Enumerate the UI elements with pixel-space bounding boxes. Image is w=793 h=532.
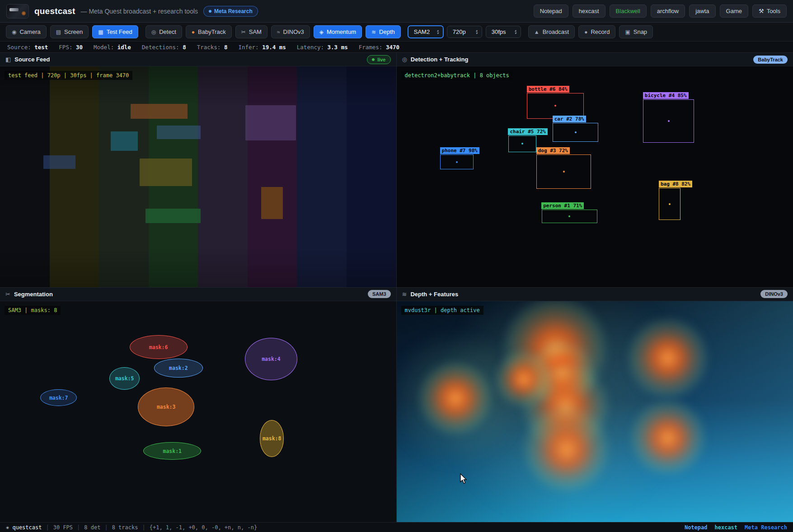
tools-icon: ⚒ (759, 8, 764, 14)
panel-detection-tracking: ◎ Detection + Tracking BabyTrack detectr… (397, 53, 793, 288)
tool-record-label: Record (591, 28, 610, 35)
nav-jawta-label: jawta (695, 8, 709, 14)
tool-depth-label: Depth (379, 28, 395, 35)
live-badge-label: live (377, 57, 385, 62)
tool-detect-button[interactable]: ◎Detect (145, 25, 182, 38)
snap-icon: ▣ (625, 29, 630, 35)
feature-heat-blob (417, 360, 494, 437)
tool-dinov3-label: DINOv3 (283, 28, 304, 35)
detection-box-phone: phone #7 98% (440, 154, 474, 169)
nav-archflow-button[interactable]: archflow (651, 5, 685, 18)
detection-center-dot (456, 161, 458, 163)
babytrack-icon: ● (192, 29, 195, 35)
tool-broadcast-label: Broadcast (543, 28, 569, 35)
detection-box-label: person #1 71% (541, 202, 584, 209)
source-feed-viewport[interactable]: test feed | 720p | 30fps | frame 3470 (0, 66, 396, 287)
live-dot-icon (372, 58, 375, 61)
tool-test-feed-button[interactable]: ▦Test Feed (92, 25, 138, 38)
seg-mask-4: mask:4 (245, 338, 298, 380)
topbar-nav: NotepadhexcastBlackwellarchflowjawtaGame… (534, 5, 787, 18)
status-frames: Frames: 3470 (359, 44, 399, 51)
detection-box-label: car #2 78% (553, 116, 586, 122)
tool-camera-button[interactable]: ◉Camera (6, 25, 47, 38)
seg-mask-label: mask:4 (262, 356, 281, 362)
nav-jawta-button[interactable]: jawta (689, 5, 715, 18)
depth-canvas[interactable]: mvdust3r | depth active (397, 301, 793, 523)
tool-snap-button[interactable]: ▣Snap (619, 25, 653, 38)
detection-canvas[interactable]: detectron2+babytrack | 8 objects bottle … (397, 66, 793, 287)
test-feed-icon: ▦ (98, 29, 103, 35)
toolbar-modes: ◎Detect●BabyTrack✂SAM≈DINOv3◈Momentum≋De… (145, 25, 401, 38)
meta-research-badge: Meta Research (203, 6, 258, 17)
app-subtitle: — Meta Quest broadcast + research tools (81, 8, 198, 15)
tool-momentum-button[interactable]: ◈Momentum (314, 25, 362, 38)
detection-header: ◎ Detection + Tracking BabyTrack (397, 53, 793, 66)
seg-mask-3: mask:3 (138, 387, 194, 426)
detection-center-dot (563, 171, 565, 173)
seg-mask-label: mask:1 (163, 448, 182, 454)
dinov3-icon: ≈ (277, 29, 280, 35)
depth-icon: ≋ (371, 29, 376, 35)
tool-depth-button[interactable]: ≋Depth (366, 25, 401, 38)
nav-game-button[interactable]: Game (720, 5, 748, 18)
nav-archflow-label: archflow (657, 8, 679, 14)
toolbar-feed-group: ◉Camera▤Screen▦Test Feed (6, 25, 138, 38)
app-root: questcast — Meta Quest broadcast + resea… (0, 0, 793, 532)
select-sam2[interactable]: SAM2▴▾ (408, 26, 443, 38)
bottombar-segment: 8 tracks (112, 524, 138, 531)
toolbar-actions: ▲Broadcast●Record▣Snap (528, 25, 653, 38)
detection-center-dot (669, 203, 671, 205)
feature-heat-blob (626, 316, 709, 400)
select-sam2-value: SAM2 (414, 28, 430, 35)
select-720p[interactable]: 720p▴▾ (447, 26, 482, 38)
status-model: Model: idle (94, 44, 131, 51)
separator: | (46, 524, 49, 531)
feature-heat-blob (521, 405, 612, 495)
tool-dinov3-button[interactable]: ≈DINOv3 (271, 25, 310, 38)
segmentation-canvas[interactable]: SAM3 | masks: 8 mask:6mask:2mask:4mask:5… (0, 301, 396, 523)
scissors-icon: ✂ (5, 291, 10, 298)
separator: | (77, 524, 80, 531)
nav-game-label: Game (726, 8, 742, 14)
detection-box-label: phone #7 98% (440, 147, 479, 154)
tool-screen-button[interactable]: ▤Screen (50, 25, 89, 38)
seg-mask-label: mask:3 (157, 404, 176, 410)
select-30fps-value: 30fps (492, 28, 506, 35)
tool-record-button[interactable]: ●Record (578, 25, 615, 38)
segmentation-title: Segmentation (14, 291, 53, 298)
separator: | (142, 524, 145, 531)
nav-blackwell-button[interactable]: Blackwell (610, 5, 647, 18)
link-hexcast[interactable]: hexcast (715, 524, 738, 531)
tool-sam-button[interactable]: ✂SAM (235, 25, 267, 38)
feed-vignette (0, 66, 396, 287)
tool-broadcast-button[interactable]: ▲Broadcast (528, 25, 575, 38)
select-arrows-icon: ▴▾ (515, 29, 516, 35)
camera-icon: ◉ (12, 29, 16, 35)
select-arrows-icon: ▴▾ (437, 29, 439, 35)
tool-sam-label: SAM (249, 28, 262, 35)
tool-camera-label: Camera (19, 28, 40, 35)
segmentation-header: ✂ Segmentation SAM3 (0, 288, 396, 301)
seg-mask-2: mask:2 (154, 359, 203, 378)
link-meta-research[interactable]: Meta Research (745, 524, 787, 531)
detection-center-dot (521, 143, 523, 145)
tool-babytrack-button[interactable]: ●BabyTrack (186, 25, 232, 38)
detect-icon: ◎ (151, 29, 156, 35)
detection-box-chair: chair #5 72% (508, 135, 536, 152)
feature-heat-blob (628, 399, 707, 478)
screen-icon: ▤ (56, 29, 61, 35)
nav-notepad-button[interactable]: Notepad (534, 5, 568, 18)
babytrack-badge: BabyTrack (753, 56, 788, 64)
detection-overlay-text: detectron2+babytrack | 8 objects (401, 71, 513, 80)
link-notepad[interactable]: Notepad (685, 524, 708, 531)
nav-notepad-label: Notepad (540, 8, 562, 14)
app-title: questcast (34, 6, 75, 16)
nav-hexcast-button[interactable]: hexcast (572, 5, 605, 18)
status-source: Source: test (7, 44, 48, 51)
detection-center-dot (668, 120, 670, 122)
toolbar: ◉Camera▤Screen▦Test Feed ◎Detect●BabyTra… (0, 23, 793, 42)
nav-tools-button[interactable]: ⚒Tools (752, 5, 787, 18)
separator: | (104, 524, 108, 531)
select-30fps[interactable]: 30fps▴▾ (486, 26, 521, 38)
tool-babytrack-label: BabyTrack (198, 28, 226, 35)
